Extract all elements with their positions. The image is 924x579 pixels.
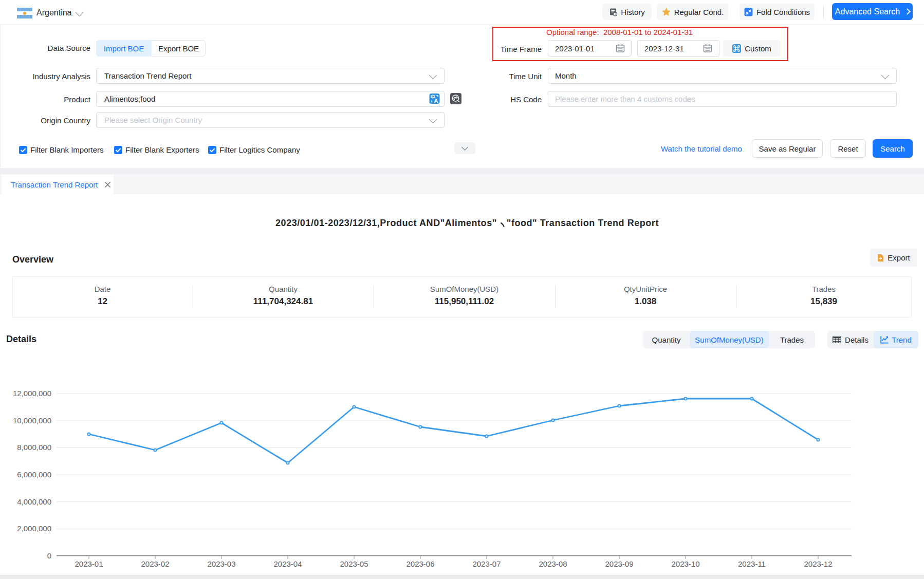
svg-text:2023-08: 2023-08 [539, 559, 567, 568]
svg-text:12,000,000: 12,000,000 [13, 389, 51, 398]
svg-text:2023-01: 2023-01 [75, 559, 103, 568]
svg-text:2023-06: 2023-06 [406, 559, 434, 568]
svg-text:2023-04: 2023-04 [273, 559, 302, 568]
svg-text:10,000,000: 10,000,000 [13, 416, 51, 425]
svg-text:2023-11: 2023-11 [738, 559, 766, 568]
svg-text:2023-03: 2023-03 [207, 559, 235, 568]
svg-text:2023-10: 2023-10 [671, 559, 699, 568]
svg-text:2023-09: 2023-09 [605, 559, 633, 568]
svg-text:2023-02: 2023-02 [141, 559, 169, 568]
svg-text:0: 0 [47, 551, 51, 560]
svg-text:2023-12: 2023-12 [804, 559, 832, 568]
svg-text:2,000,000: 2,000,000 [17, 524, 51, 533]
svg-text:8,000,000: 8,000,000 [17, 443, 51, 452]
svg-text:4,000,000: 4,000,000 [17, 497, 51, 506]
svg-text:6,000,000: 6,000,000 [17, 470, 51, 479]
svg-text:2023-07: 2023-07 [472, 559, 501, 568]
svg-text:A: A [434, 98, 438, 104]
svg-text:2023-05: 2023-05 [340, 559, 368, 568]
